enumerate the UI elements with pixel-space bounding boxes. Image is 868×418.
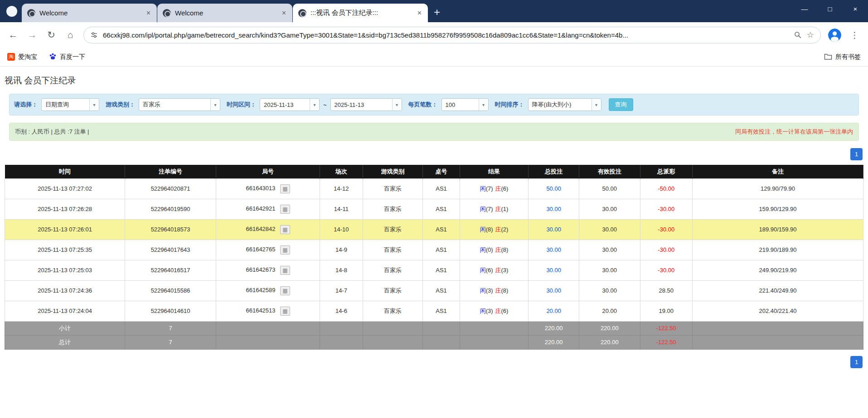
- query-type-select[interactable]: 日期查询 ▾: [41, 98, 99, 111]
- roadmap-icon[interactable]: ▦: [280, 205, 290, 214]
- reload-button[interactable]: ↻: [45, 29, 57, 40]
- tab-close-icon[interactable]: ×: [281, 9, 287, 17]
- browser-menu-icon[interactable]: ⋮: [849, 30, 861, 40]
- game-type-select[interactable]: 百家乐 ▾: [139, 98, 220, 111]
- result-player-score: (8): [486, 226, 493, 233]
- empty-cell: [320, 321, 363, 335]
- roadmap-icon[interactable]: ▦: [280, 184, 290, 193]
- summary-bar: 币别 : 人民币 | 总共 :7 注单 | 同局有效投注，统一计算在该局第一张注…: [9, 123, 859, 141]
- roadmap-icon[interactable]: ▦: [280, 266, 290, 275]
- close-button[interactable]: ×: [843, 0, 868, 18]
- result-banker: 庄: [495, 307, 501, 314]
- bookmark-star-icon[interactable]: ☆: [807, 30, 814, 40]
- roadmap-icon[interactable]: ▦: [280, 286, 290, 295]
- window-menu-button[interactable]: [6, 6, 17, 17]
- site-info-icon[interactable]: [90, 31, 98, 39]
- cell-session: 14-7: [320, 280, 363, 301]
- cell-total-bet[interactable]: 50.00: [529, 178, 579, 199]
- cell-round-id: 661642765 ▦: [216, 240, 320, 260]
- cell-total-bet[interactable]: 30.00: [529, 240, 579, 260]
- chevron-down-icon[interactable]: ▾: [392, 99, 402, 111]
- cell-session: 14-11: [320, 199, 363, 219]
- chevron-down-icon[interactable]: ▾: [210, 99, 220, 111]
- pagination-bottom: 1: [5, 356, 863, 368]
- table-row[interactable]: 2025-11-13 07:24:36 522964015586 6616425…: [5, 280, 863, 301]
- maximize-button[interactable]: □: [817, 0, 843, 18]
- total-count: 7: [125, 335, 216, 349]
- page-size-value: 100: [442, 99, 479, 111]
- table-row[interactable]: 2025-11-13 07:27:02 522964020871 6616430…: [5, 178, 863, 199]
- cell-time: 2025-11-13 07:26:28: [5, 199, 125, 219]
- column-header: 游戏类别: [363, 165, 423, 178]
- column-header: 时间: [5, 165, 125, 178]
- tab-favicon: [27, 9, 35, 17]
- date-to-select[interactable]: 2025-11-13 ▾: [330, 98, 402, 111]
- forward-button[interactable]: →: [26, 29, 38, 40]
- page-size-select[interactable]: 100 ▾: [441, 98, 489, 111]
- subtotal-total-bet: 220.00: [529, 321, 579, 335]
- browser-tab[interactable]: Welcome ×: [22, 4, 157, 22]
- result-player: 闲: [480, 307, 486, 314]
- cell-total-bet[interactable]: 20.00: [529, 301, 579, 321]
- zoom-icon[interactable]: [794, 31, 802, 39]
- search-button[interactable]: 查询: [609, 98, 633, 111]
- roadmap-icon[interactable]: ▦: [280, 225, 290, 234]
- cell-result: 闲(8)庄(2): [460, 219, 529, 240]
- cell-result: 闲(3)庄(6): [460, 301, 529, 321]
- column-header: 总派彩: [640, 165, 693, 178]
- browser-tab[interactable]: :::视讯 会员下注纪录::: ×: [293, 4, 428, 22]
- table-row[interactable]: 2025-11-13 07:26:01 522964018573 6616428…: [5, 219, 863, 240]
- back-button[interactable]: ←: [7, 29, 19, 40]
- result-player: 闲: [480, 287, 486, 294]
- page-1-button[interactable]: 1: [850, 148, 863, 160]
- table-row[interactable]: 2025-11-13 07:26:28 522964019590 6616429…: [5, 199, 863, 219]
- column-header: 备注: [693, 165, 863, 178]
- home-button[interactable]: ⌂: [64, 29, 76, 40]
- tab-close-icon[interactable]: ×: [145, 9, 151, 17]
- round-id-text: 661642842: [246, 226, 275, 232]
- bookmark-baidu[interactable]: 百度一下: [49, 53, 85, 62]
- page-1-button[interactable]: 1: [850, 356, 863, 368]
- cell-game-type: 百家乐: [363, 219, 423, 240]
- result-banker-score: (6): [501, 307, 509, 314]
- cell-time: 2025-11-13 07:27:02: [5, 178, 125, 199]
- chevron-down-icon[interactable]: ▾: [89, 99, 99, 111]
- bookmark-aitaobao[interactable]: 淘 爱淘宝: [7, 53, 37, 61]
- tab-close-icon[interactable]: ×: [417, 9, 422, 17]
- cell-total-bet[interactable]: 30.00: [529, 199, 579, 219]
- new-tab-button[interactable]: +: [434, 7, 440, 18]
- minimize-button[interactable]: —: [792, 0, 817, 18]
- cell-session: 14-9: [320, 240, 363, 260]
- roadmap-icon[interactable]: ▦: [280, 307, 290, 316]
- url-text[interactable]: 66cxkj98.com/ipl/portal.php/game/betreco…: [103, 31, 789, 39]
- chevron-down-icon[interactable]: ▾: [479, 99, 488, 111]
- all-bookmarks-button[interactable]: 所有书签: [824, 53, 861, 61]
- profile-avatar[interactable]: [828, 29, 841, 42]
- cell-valid-bet: 30.00: [579, 260, 640, 280]
- address-bar[interactable]: 66cxkj98.com/ipl/portal.php/game/betreco…: [83, 27, 821, 43]
- table-row[interactable]: 2025-11-13 07:24:04 522964014610 6616425…: [5, 301, 863, 321]
- date-from-select[interactable]: 2025-11-13 ▾: [260, 98, 320, 111]
- roadmap-icon[interactable]: ▦: [280, 245, 290, 255]
- cell-total-bet[interactable]: 30.00: [529, 280, 579, 301]
- cell-session: 14-8: [320, 260, 363, 280]
- empty-cell: [693, 321, 863, 335]
- sort-select[interactable]: 降幂(由大到小) ▾: [528, 98, 601, 111]
- total-row: 总计 7 220.00 220.00 -122.50: [5, 335, 863, 349]
- cell-time: 2025-11-13 07:24:04: [5, 301, 125, 321]
- result-banker: 庄: [495, 287, 501, 294]
- browser-tab[interactable]: Welcome ×: [157, 4, 292, 22]
- cell-game-type: 百家乐: [363, 178, 423, 199]
- chevron-down-icon[interactable]: ▾: [310, 99, 319, 111]
- chevron-down-icon[interactable]: ▾: [592, 99, 601, 111]
- cell-total-bet[interactable]: 30.00: [529, 260, 579, 280]
- table-row[interactable]: 2025-11-13 07:25:03 522964016517 6616426…: [5, 260, 863, 280]
- table-row[interactable]: 2025-11-13 07:25:35 522964017643 6616427…: [5, 240, 863, 260]
- cell-payout: -30.00: [640, 199, 693, 219]
- tab-title: :::视讯 会员下注纪录:::: [310, 9, 412, 17]
- cell-order-id: 522964015586: [125, 280, 216, 301]
- window-controls: — □ ×: [792, 0, 868, 18]
- cell-game-type: 百家乐: [363, 301, 423, 321]
- cell-total-bet[interactable]: 30.00: [529, 219, 579, 240]
- page-size-label: 每页笔数：: [408, 101, 438, 109]
